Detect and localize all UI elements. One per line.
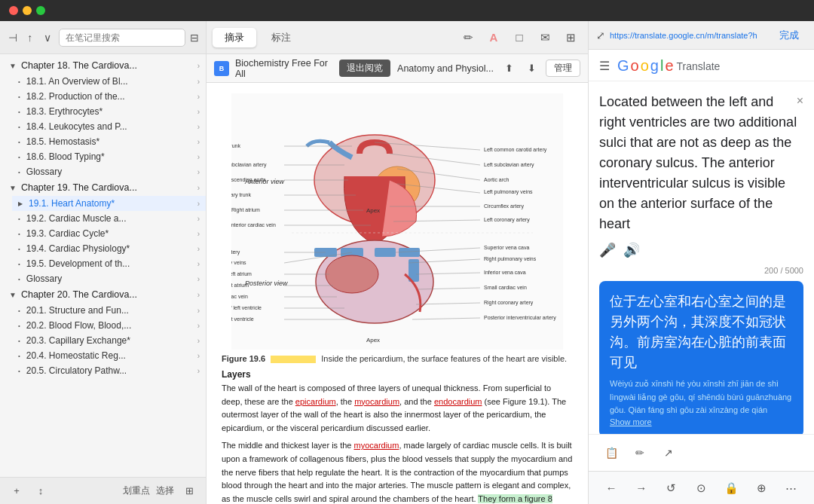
browser-more-button[interactable]: ⋯	[781, 478, 802, 499]
traffic-lights	[9, 6, 45, 15]
doc-manage-button[interactable]: 管理	[546, 60, 580, 77]
myocardium-text-1: myocardium	[354, 397, 399, 406]
tool-pin[interactable]: ✉	[534, 26, 556, 49]
svg-text:Right pulmonary veins: Right pulmonary veins	[484, 256, 537, 262]
select-label[interactable]: 选择	[156, 484, 174, 497]
sidebar-search-input[interactable]	[59, 29, 185, 47]
grid-button[interactable]: ⊞	[180, 482, 198, 500]
doc-title: Biochemistry Free For All	[235, 58, 333, 79]
sidebar-item-20-1[interactable]: • 20.1. Structure and Fun... ›	[12, 303, 206, 318]
tab-annotations[interactable]: 标注	[259, 28, 303, 47]
minimize-button[interactable]	[23, 6, 32, 15]
center-content: Anterior view Posterior view	[207, 83, 588, 504]
sort-button[interactable]: ↕	[32, 482, 50, 500]
maximize-button[interactable]	[36, 6, 45, 15]
right-panel: ⤢ https://translate.google.cn/m/translat…	[588, 21, 814, 504]
svg-text:Apex: Apex	[366, 337, 380, 344]
highlight-label[interactable]: 划重点	[123, 484, 150, 497]
tool-pencil[interactable]: ✏	[457, 26, 479, 49]
sidebar-item-18-5[interactable]: • 18.5. Hemostasis* ›	[12, 134, 206, 149]
svg-text:Circumflex artery: Circumflex artery	[484, 203, 524, 209]
exit-reading-button[interactable]: 退出阅览	[339, 60, 390, 77]
translate-share-button[interactable]: ↗	[656, 441, 681, 465]
source-close-button[interactable]: ×	[797, 92, 803, 110]
tool-grid[interactable]: ⊞	[559, 26, 582, 49]
translate-url[interactable]: https://translate.google.cn/m/translate?…	[610, 31, 767, 40]
svg-text:Ascending aorta: Ascending aorta	[231, 177, 266, 183]
highlight-green: They form a figure 8 pattern around the …	[222, 494, 552, 504]
svg-text:Right atrium: Right atrium	[231, 207, 260, 213]
svg-text:Auricle of left atrium: Auricle of left atrium	[231, 271, 252, 276]
epicardium-text: epicardium	[295, 397, 336, 406]
sidebar-item-19-1[interactable]: ▶ 19.1. Heart Anatomy* ›	[12, 196, 206, 211]
translate-copy-button[interactable]: 📋	[599, 441, 623, 465]
svg-point-36	[326, 255, 378, 293]
figure-label: Figure 19.6	[222, 354, 265, 363]
chapter-19-items: ▶ 19.1. Heart Anatomy* › • 19.2. Cardiac…	[0, 196, 206, 286]
doc-nav-up[interactable]: ⬆	[500, 60, 517, 77]
caption-highlight	[271, 356, 316, 363]
chapter-20: ▼ Chapter 20. The Cardiova... › • 20.1. …	[0, 286, 206, 378]
hamburger-icon[interactable]: ☰	[599, 59, 610, 73]
browser-refresh-button[interactable]: ↺	[661, 478, 682, 499]
sidebar-item-20-2[interactable]: • 20.2. Blood Flow, Blood,... ›	[12, 318, 206, 333]
translate-edit-button[interactable]: ✏	[628, 441, 652, 465]
browser-add-button[interactable]: ⊕	[751, 478, 772, 499]
browser-forward-button[interactable]: →	[631, 478, 652, 499]
browser-nav-row: ← → ↺ ⊙ 🔒 ⊕ ⋯	[596, 478, 806, 499]
sidebar-expand-button[interactable]: ∨	[41, 27, 54, 48]
sidebar-item-18-4[interactable]: • 18.4. Leukocytes and P... ›	[12, 119, 206, 134]
sidebar-item-20-5[interactable]: • 20.5. Circulatory Pathw... ›	[12, 363, 206, 378]
browser-back-button[interactable]: ←	[601, 478, 622, 499]
layers-heading: Layers	[222, 369, 573, 380]
chapter-20-header[interactable]: ▼ Chapter 20. The Cardiova... ›	[0, 286, 206, 303]
sidebar-item-19-2[interactable]: • 19.2. Cardiac Muscle a... ›	[12, 211, 206, 226]
sidebar-item-18-6[interactable]: • 18.6. Blood Typing* ›	[12, 149, 206, 164]
tool-box[interactable]: □	[508, 26, 531, 49]
expand-icon: ⤢	[596, 29, 605, 41]
sidebar-bottom: + ↕ 划重点 选择 ⊞	[0, 477, 206, 504]
tool-text[interactable]: A	[482, 26, 505, 49]
svg-text:Aortic arch: Aortic arch	[484, 177, 510, 182]
browser-home-button[interactable]: ⊙	[690, 478, 711, 499]
browser-lock-button[interactable]: 🔒	[721, 478, 742, 499]
sidebar-item-18-glossary[interactable]: • Glossary ›	[12, 164, 206, 179]
chapter-19-title: Chapter 19. The Cardiova...	[21, 182, 194, 193]
sidebar-item-18-2[interactable]: • 18.2. Production of the... ›	[12, 89, 206, 104]
svg-text:Left coronary artery: Left coronary artery	[484, 217, 530, 223]
speaker-button[interactable]: 🔊	[623, 242, 640, 258]
sidebar-back-button[interactable]: ⊣	[6, 27, 19, 48]
tab-excerpts[interactable]: 摘录	[213, 28, 256, 47]
sidebar-item-18-3[interactable]: • 18.3. Erythrocytes* ›	[12, 104, 206, 119]
svg-text:Left common carotid artery: Left common carotid artery	[484, 147, 547, 153]
sidebar-item-19-5[interactable]: • 19.5. Development of th... ›	[12, 256, 206, 271]
sidebar-item-19-glossary[interactable]: • Glossary ›	[12, 271, 206, 286]
zh-translation: 位于左心室和右心室之间的是另外两个沟，其深度不如冠状沟。前房室沟在心脏的前表面可…	[610, 292, 793, 373]
add-note-button[interactable]: +	[8, 482, 26, 500]
svg-text:Superior vena cava: Superior vena cava	[484, 245, 529, 251]
chapter-20-chevron: ›	[197, 291, 200, 299]
chapter-18-title: Chapter 18. The Cardiova...	[21, 60, 194, 71]
doc-nav-down[interactable]: ⬇	[523, 60, 540, 77]
chapter-19-header[interactable]: ▼ Chapter 19. The Cardiova... ›	[0, 179, 206, 196]
svg-text:Left subclavian artery: Left subclavian artery	[231, 162, 267, 168]
chapter-18-header[interactable]: ▼ Chapter 18. The Cardiova... ›	[0, 57, 206, 74]
sidebar-item-20-3[interactable]: • 20.3. Capillary Exchange* ›	[12, 333, 206, 348]
sidebar-share-button[interactable]: ↑	[23, 27, 36, 48]
microphone-button[interactable]: 🎤	[599, 242, 616, 258]
translate-word: Translate	[677, 60, 721, 72]
sidebar-item-18-1[interactable]: • 18.1. An Overview of Bl... ›	[12, 74, 206, 89]
svg-text:Right coronary artery: Right coronary artery	[484, 300, 534, 306]
sidebar-item-20-4[interactable]: • 20.4. Homeostatic Reg... ›	[12, 348, 206, 363]
sidebar-item-19-3[interactable]: • 19.3. Cardiac Cycle* ›	[12, 226, 206, 241]
svg-rect-34	[399, 248, 420, 257]
translation-result: 位于左心室和右心室之间的是另外两个沟，其深度不如冠状沟。前房室沟在心脏的前表面可…	[599, 281, 803, 434]
sidebar-item-19-4[interactable]: • 19.4. Cardiac Physiology* ›	[12, 241, 206, 256]
sidebar-filter-button[interactable]: ⊟	[190, 29, 200, 46]
translate-done-button[interactable]: 完成	[772, 27, 806, 44]
chapter-18-items: • 18.1. An Overview of Bl... › • 18.2. P…	[0, 74, 206, 179]
show-more-button[interactable]: Show more	[610, 417, 793, 426]
app-body: ⊣ ↑ ∨ ⊟ ▼ Chapter 18. The Cardiova... › …	[0, 21, 814, 504]
svg-text:Left ventricle: Left ventricle	[231, 316, 254, 322]
close-button[interactable]	[9, 6, 18, 15]
